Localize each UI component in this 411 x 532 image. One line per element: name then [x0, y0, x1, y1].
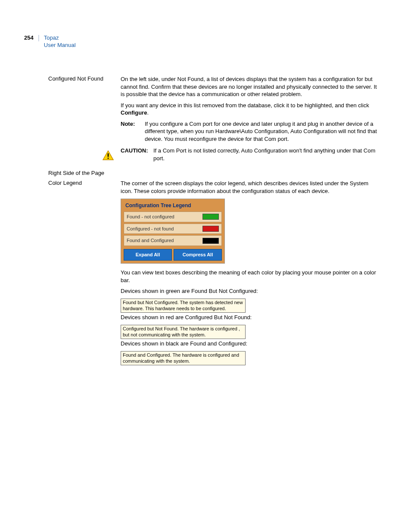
legend-box: Configuration Tree Legend Found - not co… [121, 199, 225, 264]
caution-text: If a Com Port is not listed correctly, A… [153, 147, 380, 162]
caution-block: CAUTION: If a Com Port is not listed cor… [121, 147, 380, 162]
paragraph: You can view text boxes describing the m… [121, 269, 380, 284]
paragraph: If you want any device in this list remo… [121, 102, 380, 117]
caution-icon [103, 150, 114, 163]
text-bold: Configure [121, 109, 147, 116]
expand-all-button[interactable]: Expand All [124, 249, 172, 261]
svg-rect-2 [108, 158, 109, 159]
legend-swatch-red [202, 226, 219, 232]
tooltip-green: Found but Not Configured. The system has… [121, 299, 246, 313]
compress-all-button[interactable]: Compress All [174, 249, 222, 261]
legend-row-red: Configured - not found [124, 224, 222, 234]
section-color-legend: Color Legend The corner of the screen di… [48, 180, 380, 366]
caution-label: CAUTION: [121, 147, 153, 155]
note-label: Note: [121, 120, 145, 128]
caution-row: CAUTION: If a Com Port is not listed cor… [121, 147, 380, 162]
legend-label: Configured - not found [127, 226, 174, 232]
note-text: If you configure a Com port for one devi… [145, 120, 380, 143]
section-body: The corner of the screen displays the co… [121, 180, 380, 366]
section-right-side: Right Side of the Page [48, 170, 380, 176]
legend-title: Configuration Tree Legend [121, 199, 224, 212]
tooltip-black: Found and Configured. The hardware is co… [121, 351, 246, 366]
note-block: Note: If you configure a Com port for on… [121, 120, 380, 143]
paragraph: Devices shown in red are Configured But … [121, 314, 380, 321]
paragraph: Devices shown in black are Found and Con… [121, 340, 380, 348]
legend-label: Found - not configured [127, 214, 174, 220]
page-content: Configured Not Found On the left side, u… [48, 75, 380, 370]
section-configured-not-found: Configured Not Found On the left side, u… [48, 75, 380, 166]
legend-buttons: Expand All Compress All [121, 247, 224, 263]
paragraph: On the left side, under Not Found, a lis… [121, 75, 380, 98]
text: If you want any device in this list remo… [121, 102, 369, 109]
section-body: On the left side, under Not Found, a lis… [121, 75, 380, 166]
paragraph: Devices shown in green are Found But Not… [121, 287, 380, 295]
header-title-line2: User Manual [44, 42, 76, 49]
header-separator: | [38, 34, 40, 41]
header-title: Topaz User Manual [44, 34, 76, 49]
legend-swatch-green [202, 214, 219, 220]
tooltip-red: Configured but Not Found. The hardware i… [121, 325, 246, 339]
text: . [147, 109, 149, 116]
page-header: 254 | Topaz User Manual [24, 34, 76, 49]
legend-label: Found and Configured [127, 237, 174, 244]
page-number: 254 [24, 34, 34, 41]
svg-rect-1 [108, 153, 109, 157]
section-label: Configured Not Found [48, 75, 121, 82]
legend-swatch-black [202, 238, 219, 244]
paragraph: The corner of the screen displays the co… [121, 180, 380, 195]
section-label: Right Side of the Page [48, 170, 121, 176]
header-title-line1: Topaz [44, 34, 76, 42]
legend-row-green: Found - not configured [124, 212, 222, 222]
legend-row-black: Found and Configured [124, 235, 222, 246]
section-label: Color Legend [48, 180, 121, 186]
